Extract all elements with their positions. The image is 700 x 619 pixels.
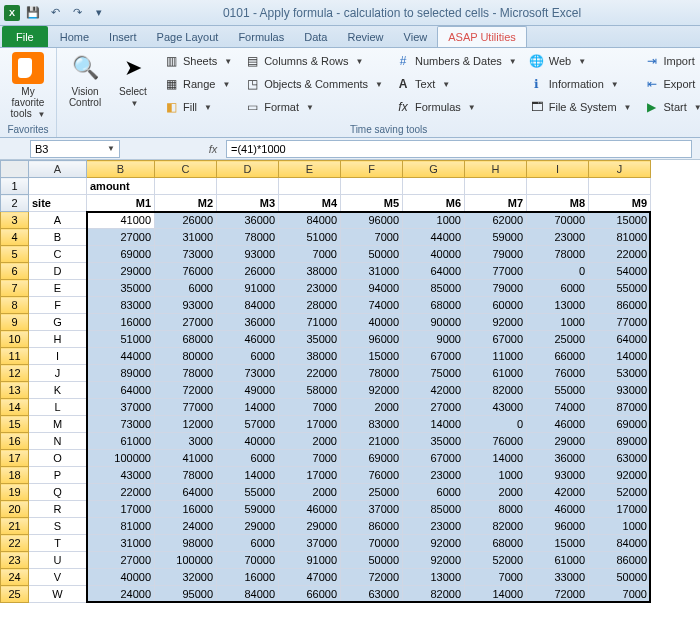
cell-F21[interactable]: 86000 xyxy=(341,518,403,535)
tab-view[interactable]: View xyxy=(394,26,438,47)
cell-I12[interactable]: 76000 xyxy=(527,365,589,382)
cell-A8[interactable]: F xyxy=(29,297,87,314)
cell-H3[interactable]: 62000 xyxy=(465,212,527,229)
row-header-5[interactable]: 5 xyxy=(1,246,29,263)
spreadsheet-grid[interactable]: ABCDEFGHIJ1amount2siteM1M2M3M4M5M6M7M8M9… xyxy=(0,160,700,603)
fill-menu[interactable]: ◧Fill▼ xyxy=(159,96,236,118)
cell-D19[interactable]: 55000 xyxy=(217,484,279,501)
cell-F5[interactable]: 50000 xyxy=(341,246,403,263)
cell-D3[interactable]: 36000 xyxy=(217,212,279,229)
cell-I15[interactable]: 46000 xyxy=(527,416,589,433)
cell-D1[interactable] xyxy=(217,178,279,195)
cell-C4[interactable]: 31000 xyxy=(155,229,217,246)
row-header-11[interactable]: 11 xyxy=(1,348,29,365)
cell-G25[interactable]: 82000 xyxy=(403,586,465,603)
cell-H5[interactable]: 79000 xyxy=(465,246,527,263)
cell-D24[interactable]: 16000 xyxy=(217,569,279,586)
cell-F4[interactable]: 7000 xyxy=(341,229,403,246)
cell-A14[interactable]: L xyxy=(29,399,87,416)
cell-H4[interactable]: 59000 xyxy=(465,229,527,246)
sheets-menu[interactable]: ▥Sheets▼ xyxy=(159,50,236,72)
cell-G2[interactable]: M6 xyxy=(403,195,465,212)
cell-I5[interactable]: 78000 xyxy=(527,246,589,263)
cell-J18[interactable]: 92000 xyxy=(589,467,651,484)
cell-B18[interactable]: 43000 xyxy=(87,467,155,484)
cell-A13[interactable]: K xyxy=(29,382,87,399)
cell-H23[interactable]: 52000 xyxy=(465,552,527,569)
cell-I4[interactable]: 23000 xyxy=(527,229,589,246)
cell-E22[interactable]: 37000 xyxy=(279,535,341,552)
cell-E11[interactable]: 38000 xyxy=(279,348,341,365)
cell-F13[interactable]: 92000 xyxy=(341,382,403,399)
cell-E18[interactable]: 17000 xyxy=(279,467,341,484)
cell-I17[interactable]: 36000 xyxy=(527,450,589,467)
cell-D7[interactable]: 91000 xyxy=(217,280,279,297)
cell-J4[interactable]: 81000 xyxy=(589,229,651,246)
row-header-4[interactable]: 4 xyxy=(1,229,29,246)
cell-E13[interactable]: 58000 xyxy=(279,382,341,399)
tab-file[interactable]: File xyxy=(2,26,48,47)
cell-G16[interactable]: 35000 xyxy=(403,433,465,450)
cell-E16[interactable]: 2000 xyxy=(279,433,341,450)
cell-H20[interactable]: 8000 xyxy=(465,501,527,518)
cell-E21[interactable]: 29000 xyxy=(279,518,341,535)
cell-B3[interactable]: 41000 xyxy=(87,212,155,229)
cell-B17[interactable]: 100000 xyxy=(87,450,155,467)
fx-button[interactable]: fx xyxy=(200,143,226,155)
cell-E15[interactable]: 17000 xyxy=(279,416,341,433)
qat-customize[interactable]: ▾ xyxy=(90,4,108,22)
cell-E17[interactable]: 7000 xyxy=(279,450,341,467)
cell-B2[interactable]: M1 xyxy=(87,195,155,212)
cell-A21[interactable]: S xyxy=(29,518,87,535)
cell-B23[interactable]: 27000 xyxy=(87,552,155,569)
cell-D2[interactable]: M3 xyxy=(217,195,279,212)
cell-I9[interactable]: 1000 xyxy=(527,314,589,331)
cell-F7[interactable]: 94000 xyxy=(341,280,403,297)
cell-D22[interactable]: 6000 xyxy=(217,535,279,552)
cell-F25[interactable]: 63000 xyxy=(341,586,403,603)
cell-D9[interactable]: 36000 xyxy=(217,314,279,331)
cell-H14[interactable]: 43000 xyxy=(465,399,527,416)
cell-D20[interactable]: 59000 xyxy=(217,501,279,518)
cell-G7[interactable]: 85000 xyxy=(403,280,465,297)
cell-F22[interactable]: 70000 xyxy=(341,535,403,552)
cell-I18[interactable]: 93000 xyxy=(527,467,589,484)
cell-B15[interactable]: 73000 xyxy=(87,416,155,433)
cell-C17[interactable]: 41000 xyxy=(155,450,217,467)
cell-G13[interactable]: 42000 xyxy=(403,382,465,399)
web-menu[interactable]: 🌐Web▼ xyxy=(525,50,636,72)
save-button[interactable]: 💾 xyxy=(24,4,42,22)
vision-control-button[interactable]: 🔍 Vision Control xyxy=(63,50,107,110)
cell-J25[interactable]: 7000 xyxy=(589,586,651,603)
cell-D11[interactable]: 6000 xyxy=(217,348,279,365)
row-header-14[interactable]: 14 xyxy=(1,399,29,416)
row-header-19[interactable]: 19 xyxy=(1,484,29,501)
cell-H2[interactable]: M7 xyxy=(465,195,527,212)
cell-E1[interactable] xyxy=(279,178,341,195)
cell-F3[interactable]: 96000 xyxy=(341,212,403,229)
cell-C10[interactable]: 68000 xyxy=(155,331,217,348)
cell-I20[interactable]: 46000 xyxy=(527,501,589,518)
tab-page-layout[interactable]: Page Layout xyxy=(147,26,229,47)
cell-G14[interactable]: 27000 xyxy=(403,399,465,416)
cell-D8[interactable]: 84000 xyxy=(217,297,279,314)
cell-F24[interactable]: 72000 xyxy=(341,569,403,586)
cell-D13[interactable]: 49000 xyxy=(217,382,279,399)
row-header-23[interactable]: 23 xyxy=(1,552,29,569)
cell-A5[interactable]: C xyxy=(29,246,87,263)
cell-E12[interactable]: 22000 xyxy=(279,365,341,382)
cell-J3[interactable]: 15000 xyxy=(589,212,651,229)
cell-F18[interactable]: 76000 xyxy=(341,467,403,484)
cell-C20[interactable]: 16000 xyxy=(155,501,217,518)
cell-F11[interactable]: 15000 xyxy=(341,348,403,365)
cell-B12[interactable]: 89000 xyxy=(87,365,155,382)
column-header-F[interactable]: F xyxy=(341,161,403,178)
cell-D25[interactable]: 84000 xyxy=(217,586,279,603)
cell-C19[interactable]: 64000 xyxy=(155,484,217,501)
columns-rows-menu[interactable]: ▤Columns & Rows▼ xyxy=(240,50,387,72)
tab-insert[interactable]: Insert xyxy=(99,26,147,47)
row-header-13[interactable]: 13 xyxy=(1,382,29,399)
row-header-2[interactable]: 2 xyxy=(1,195,29,212)
cell-F20[interactable]: 37000 xyxy=(341,501,403,518)
cell-F6[interactable]: 31000 xyxy=(341,263,403,280)
